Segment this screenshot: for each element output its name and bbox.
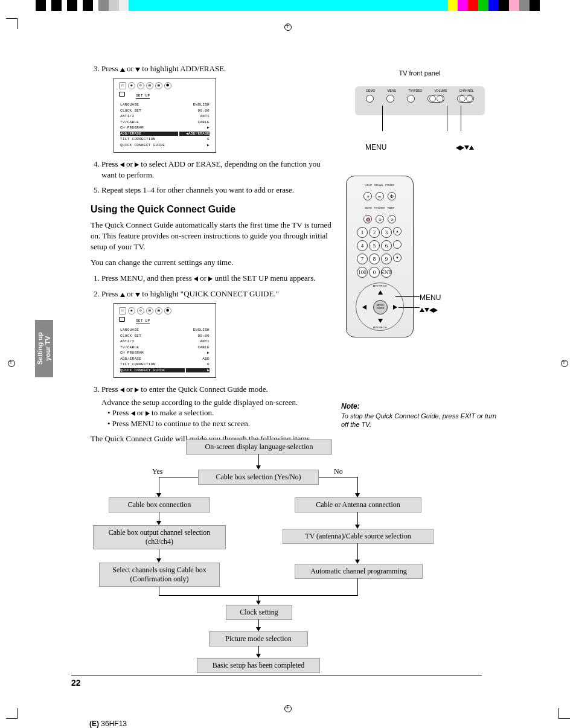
recall-button: ▭ xyxy=(376,192,384,200)
left-arrow-icon xyxy=(120,162,124,167)
remote-callout-labels: MENU xyxy=(420,293,441,318)
crop-mark xyxy=(552,701,570,719)
channel-buttons xyxy=(457,95,474,103)
tv-panel-caption: TV front panel xyxy=(341,69,498,77)
qc-step-3-b2: • Press MENU to continue to the next scr… xyxy=(101,418,332,429)
tv-front-panel-diagram: DEMOMENUTV/VIDEOVOLUMECHANNEL xyxy=(355,79,485,139)
qc-step-3-b1: • Press or to make a selection. xyxy=(101,407,332,418)
intro-paragraph-2: You can change the current settings any … xyxy=(91,257,332,268)
intro-paragraph: The Quick Connect Guide automatically st… xyxy=(91,220,332,253)
left-arrow-icon xyxy=(120,388,124,392)
fc-l3: Select channels using Cable box (Confirm… xyxy=(99,563,220,587)
light-button: ☀ xyxy=(363,192,372,200)
remote-control-diagram: LIGHT RECALL POWER ☀▭⏻ MUTE TV/VIDEO TIM… xyxy=(346,176,414,337)
fc-r2: TV (antenna)/Cable source selection xyxy=(283,529,434,544)
tv-video-button xyxy=(407,95,415,103)
crop-mark xyxy=(6,18,24,36)
fc-done: Basic setup has been completed xyxy=(197,658,320,673)
tv-video-button: ⊕ xyxy=(376,215,384,223)
right-arrow-icon xyxy=(146,411,150,416)
fc-r1: Cable or Antenna connection xyxy=(295,497,421,512)
fc-picture: Picture mode selection xyxy=(209,631,308,647)
volume-buttons xyxy=(427,95,444,103)
fc-cablebox-q: Cable box selection (Yes/No) xyxy=(198,470,319,485)
osd-screenshot-2: ▭◉⚙▤▦⬢ SET UP LANGUAGEENGLISHCLOCK SET00… xyxy=(114,303,216,378)
menu-button xyxy=(386,95,394,103)
down-arrow-icon xyxy=(135,293,140,297)
remote-diagram-wrap: LIGHT RECALL POWER ☀▭⏻ MUTE TV/VIDEO TIM… xyxy=(341,176,498,369)
qc-step-1: Press MENU, and then press or until the … xyxy=(101,273,332,284)
fc-l1: Cable box connection xyxy=(109,497,210,512)
crop-mark xyxy=(6,701,24,719)
registration-mark xyxy=(284,704,292,713)
step-5: Repeat steps 1–4 for other channels you … xyxy=(101,185,332,196)
steps-quick-connect: Press MENU, and then press or until the … xyxy=(91,273,332,429)
steps-add-erase: Press or to highlight ADD/ERASE. ▭◉⚙▤▦⬢ … xyxy=(91,63,332,196)
dpad: ADV PIP CH MENU/ ENTER ADV PIP CH xyxy=(356,283,404,331)
power-button: ⏻ xyxy=(388,192,396,200)
print-color-bars xyxy=(36,0,540,11)
footer-code: (E) (E) 36HF1336HF13 xyxy=(89,720,127,728)
timer-button: ⊘ xyxy=(388,215,396,223)
demo-button xyxy=(366,95,374,103)
note-block: Note: To stop the Quick Connect Guide, p… xyxy=(341,402,498,429)
right-column: TV front panel DEMOMENUTV/VIDEOVOLUMECHA… xyxy=(341,69,498,429)
up-arrow-icon xyxy=(120,293,125,297)
qc-step-3: Press or to enter the Quick Connect Guid… xyxy=(101,384,332,429)
osd-screenshot-1: ▭◉⚙▤▦⬢ SET UP LANGUAGEENGLISHCLOCK SET00… xyxy=(114,78,216,153)
fc-lang: On-screen display language selection xyxy=(186,439,332,455)
fc-no: No xyxy=(334,467,343,476)
left-arrow-icon xyxy=(131,411,135,416)
down-arrow-icon xyxy=(135,68,140,72)
flowchart: On-screen display language selection Cab… xyxy=(91,439,459,669)
qc-step-2: Press or to highlight "QUICK CONNECT GUI… xyxy=(101,289,332,378)
note-heading: Note: xyxy=(341,402,498,410)
fc-r3: Automatic channel programming xyxy=(295,564,423,579)
note-body: To stop the Quick Connect Guide, press E… xyxy=(341,412,498,429)
registration-mark xyxy=(284,23,292,31)
qc-step-3-sub: Advance the setup according to the guide… xyxy=(101,397,332,408)
mute-button: 🔇 xyxy=(363,215,372,223)
up-arrow-icon xyxy=(120,68,125,72)
step-3: Press or to highlight ADD/ERASE. ▭◉⚙▤▦⬢ … xyxy=(101,63,332,153)
fc-yes: Yes xyxy=(152,467,162,476)
heading-quick-connect: Using the Quick Connect Guide xyxy=(91,204,332,215)
fc-clock: Clock setting xyxy=(226,605,292,620)
right-arrow-icon xyxy=(135,162,139,167)
registration-mark xyxy=(7,359,16,368)
registration-mark xyxy=(560,359,569,368)
main-content: Press or to highlight ADD/ERASE. ▭◉⚙▤▦⬢ … xyxy=(91,63,332,449)
tv-panel-labels-lower: MENU xyxy=(365,143,474,152)
step-4: Press or to select ADD or ERASE, dependi… xyxy=(101,159,332,180)
page-number: 22 xyxy=(71,675,482,688)
menu-enter-button: MENU/ ENTER xyxy=(373,300,388,315)
section-tab: Setting upyour TV xyxy=(35,320,53,377)
fc-l2: Cable box output channel selection (ch3/… xyxy=(93,525,226,549)
right-arrow-icon xyxy=(135,388,139,392)
